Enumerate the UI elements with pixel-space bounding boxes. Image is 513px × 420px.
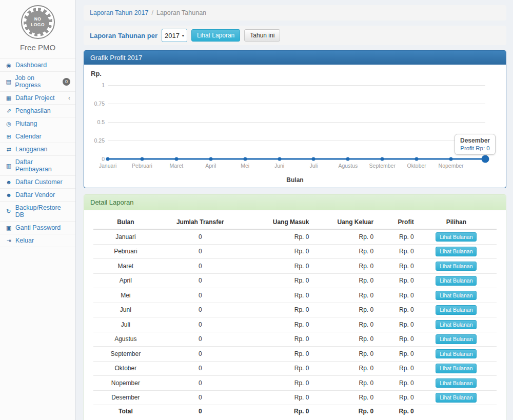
sidebar-item-daftar-pembayaran[interactable]: ▥Daftar Pembayaran bbox=[0, 155, 75, 175]
cell-bulan: April bbox=[93, 273, 158, 288]
breadcrumb: Laporan Tahun 2017/Laporan Tahunan bbox=[84, 5, 506, 21]
data-point-oktober[interactable] bbox=[415, 157, 419, 161]
cell-uang_keluar: Rp. 0 bbox=[311, 229, 376, 244]
sidebar-item-penghasilan[interactable]: ⇗Penghasilan bbox=[0, 104, 75, 117]
cell-profit: Rp. 0 bbox=[376, 259, 416, 274]
data-point-maret[interactable] bbox=[174, 157, 178, 161]
detail-panel-title: Detail Laporan bbox=[84, 195, 506, 210]
tahun-ini-button[interactable]: Tahun ini bbox=[244, 29, 280, 42]
sidebar-item-backup-restore-db[interactable]: ↻Backup/Restore DB bbox=[0, 201, 75, 221]
chart-y-axis-label: Rp. bbox=[91, 70, 102, 77]
sidebar-item-keluar[interactable]: ⇥Keluar bbox=[0, 234, 75, 247]
no-logo-icon: NO LOGO bbox=[26, 11, 49, 34]
sidebar-item-dashboard[interactable]: ◉Dashboard bbox=[0, 58, 75, 71]
breadcrumb-separator: / bbox=[151, 9, 153, 16]
tooltip-title: Desember bbox=[460, 137, 490, 144]
list-icon: ▤ bbox=[5, 78, 12, 85]
lihat-bulanan-button[interactable]: Lihat Bulanan bbox=[436, 393, 477, 403]
users-icon: ☻ bbox=[5, 179, 12, 185]
cell-pilihan: Lihat Bulanan bbox=[416, 332, 497, 347]
data-point-nopember[interactable] bbox=[449, 157, 453, 161]
cell-uang_keluar: Rp. 0 bbox=[311, 347, 376, 362]
data-point-desember[interactable] bbox=[482, 155, 489, 163]
cell-pilihan: Lihat Bulanan bbox=[416, 303, 497, 317]
cell-bulan: Pebruari bbox=[93, 244, 158, 259]
year-select-value: 2017 bbox=[165, 32, 180, 39]
table-row: Januari0Rp. 0Rp. 0Rp. 0Lihat Bulanan bbox=[93, 229, 497, 244]
cell-jumlah_transfer: 0 bbox=[158, 376, 243, 391]
cell-pilihan: Lihat Bulanan bbox=[416, 244, 497, 259]
x-axis-tick: Juni bbox=[274, 163, 284, 169]
data-point-mei[interactable] bbox=[243, 157, 247, 161]
lihat-bulanan-button[interactable]: Lihat Bulanan bbox=[436, 378, 477, 388]
lihat-bulanan-button[interactable]: Lihat Bulanan bbox=[436, 349, 477, 359]
chevron-down-icon: ▾ bbox=[182, 33, 184, 38]
table-row: Nopember0Rp. 0Rp. 0Rp. 0Lihat Bulanan bbox=[93, 376, 497, 391]
cell-bulan: Desember bbox=[93, 390, 158, 405]
sidebar-item-label: Daftar Project bbox=[15, 94, 54, 102]
cell-jumlah_transfer: 0 bbox=[158, 244, 243, 259]
tooltip-value: Profit Rp: 0 bbox=[460, 145, 490, 151]
sidebar-item-langganan[interactable]: ⇄Langganan bbox=[0, 143, 75, 155]
cell-uang_keluar: Rp. 0 bbox=[311, 390, 376, 405]
y-axis-tick: 0.25 bbox=[85, 137, 105, 144]
cell-profit: Rp. 0 bbox=[376, 332, 416, 347]
lihat-bulanan-button[interactable]: Lihat Bulanan bbox=[436, 320, 477, 330]
profit-chart-panel: Grafik Profit 2017 Rp. 00.250.50.751Janu… bbox=[84, 50, 506, 188]
cell-pilihan: Lihat Bulanan bbox=[416, 288, 497, 303]
profit-chart: Rp. 00.250.50.751JanuariPebruariMaretApr… bbox=[84, 65, 506, 188]
lihat-bulanan-button[interactable]: Lihat Bulanan bbox=[436, 276, 477, 286]
sidebar-item-calendar[interactable]: ⊞Calendar bbox=[0, 130, 75, 143]
monthly-report-table: BulanJumlah TransferUang MasukUang Kelua… bbox=[93, 215, 497, 417]
cell-profit: Rp. 0 bbox=[376, 376, 416, 391]
lihat-bulanan-button[interactable]: Lihat Bulanan bbox=[436, 262, 477, 271]
x-axis-tick: Juli bbox=[310, 163, 318, 169]
breadcrumb-link-laporan-tahun[interactable]: Laporan Tahun 2017 bbox=[90, 9, 148, 16]
column-header-pilihan: Pilihan bbox=[416, 215, 497, 229]
sidebar-item-label: Daftar Vendor bbox=[15, 191, 55, 198]
lihat-bulanan-button[interactable]: Lihat Bulanan bbox=[436, 232, 477, 242]
table-total-row: Total0Rp. 0Rp. 0Rp. 0 bbox=[93, 405, 497, 417]
lihat-laporan-button[interactable]: Lihat Laporan bbox=[191, 29, 240, 42]
table-row: Maret0Rp. 0Rp. 0Rp. 0Lihat Bulanan bbox=[93, 259, 497, 274]
sidebar-item-ganti-password[interactable]: ▣Ganti Password bbox=[0, 221, 75, 234]
table-row: Pebruari0Rp. 0Rp. 0Rp. 0Lihat Bulanan bbox=[93, 244, 497, 259]
cell-profit: Rp. 0 bbox=[376, 347, 416, 362]
data-point-januari[interactable] bbox=[106, 157, 110, 161]
table-row: September0Rp. 0Rp. 0Rp. 0Lihat Bulanan bbox=[93, 347, 497, 362]
sign-out-icon: ⇥ bbox=[5, 237, 12, 244]
sidebar-item-job-on-progress[interactable]: ▤Job on Progress0 bbox=[0, 71, 75, 91]
data-point-juni[interactable] bbox=[278, 157, 281, 161]
cell-uang_keluar: Rp. 0 bbox=[311, 303, 376, 317]
refresh-icon: ↻ bbox=[5, 208, 12, 215]
data-point-agustus[interactable] bbox=[346, 157, 350, 161]
lihat-bulanan-button[interactable]: Lihat Bulanan bbox=[436, 305, 477, 315]
sidebar-item-daftar-vendor[interactable]: ☻Daftar Vendor bbox=[0, 188, 75, 201]
profit-line-series bbox=[108, 85, 485, 159]
year-select[interactable]: 2017 ▾ bbox=[162, 29, 187, 42]
lihat-bulanan-button[interactable]: Lihat Bulanan bbox=[436, 334, 477, 344]
cell-bulan: Januari bbox=[93, 229, 158, 244]
app-window: NO LOGO Free PMO ◉Dashboard▤Job on Progr… bbox=[0, 0, 513, 420]
sidebar-item-daftar-project[interactable]: ▦Daftar Project‹ bbox=[0, 91, 75, 104]
cell-uang_masuk: Rp. 0 bbox=[243, 317, 311, 332]
table-row: Agustus0Rp. 0Rp. 0Rp. 0Lihat Bulanan bbox=[93, 332, 497, 347]
table-row: Oktober0Rp. 0Rp. 0Rp. 0Lihat Bulanan bbox=[93, 361, 497, 376]
data-point-juli[interactable] bbox=[312, 157, 315, 161]
data-point-pebruari[interactable] bbox=[140, 157, 144, 161]
sidebar-item-piutang[interactable]: ◎Piutang bbox=[0, 117, 75, 130]
sidebar-item-label: Langganan bbox=[15, 146, 48, 153]
lihat-bulanan-button[interactable]: Lihat Bulanan bbox=[436, 364, 477, 373]
data-point-april[interactable] bbox=[209, 157, 212, 161]
total-cell-profit: Rp. 0 bbox=[376, 405, 416, 417]
cell-pilihan: Lihat Bulanan bbox=[416, 361, 497, 376]
data-point-september[interactable] bbox=[381, 157, 384, 161]
table-row: Mei0Rp. 0Rp. 0Rp. 0Lihat Bulanan bbox=[93, 288, 497, 303]
cell-uang_keluar: Rp. 0 bbox=[311, 244, 376, 259]
lihat-bulanan-button[interactable]: Lihat Bulanan bbox=[436, 247, 477, 256]
lihat-bulanan-button[interactable]: Lihat Bulanan bbox=[436, 291, 477, 301]
logo-area: NO LOGO Free PMO bbox=[0, 0, 75, 56]
cell-uang_masuk: Rp. 0 bbox=[243, 288, 311, 303]
chart-plot-area: 00.250.50.751JanuariPebruariMaretAprilMe… bbox=[108, 85, 485, 159]
sidebar-item-daftar-customer[interactable]: ☻Daftar Customer bbox=[0, 175, 75, 188]
